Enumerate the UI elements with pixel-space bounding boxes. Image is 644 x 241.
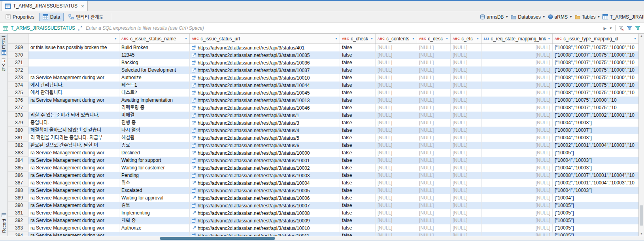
- cell-c_issue_status_name[interactable]: 종료: [119, 142, 190, 149]
- cell-c_desc[interactable]: [NULL]: [417, 66, 451, 74]
- cell-c_desc[interactable]: [NULL]: [417, 149, 451, 157]
- cell-c_desc[interactable]: [NULL]: [417, 44, 451, 51]
- row-number[interactable]: 388: [8, 187, 28, 194]
- grid-corner-cell[interactable]: [8, 34, 28, 44]
- cell-c_etc[interactable]: [NULL]: [451, 224, 482, 232]
- cell-c_issue_status_url[interactable]: https://advanc2d.atlassian.net/rest/api/…: [190, 66, 340, 74]
- cell-c_issue_status_name[interactable]: Authorize: [119, 224, 190, 232]
- cell-c_desc[interactable]: [NULL]: [417, 172, 451, 179]
- cell-c_issue_status_url[interactable]: https://advanc2d.atlassian.net/rest/api/…: [190, 224, 340, 232]
- cell-c_issue_type_mapping_id[interactable]: ["10004","10003"]: [553, 164, 638, 172]
- cell-desc[interactable]: [28, 51, 119, 59]
- cell-c_issue_type_mapping_id[interactable]: ["10004","10003"]: [553, 119, 638, 127]
- cell-c_issue_status_url[interactable]: https://advanc2d.atlassian.net/rest/api/…: [190, 194, 340, 202]
- breadcrumb-item-table[interactable]: T_ARMS_JIRAISSUESTATUS: [602, 14, 644, 20]
- cell-c_check[interactable]: false: [340, 232, 376, 236]
- cell-c_check[interactable]: false: [340, 142, 376, 149]
- column-header-c_etc[interactable]: ABCc_etc▼: [451, 34, 482, 44]
- cell-c_issue_status_url[interactable]: https://advanc2d.atlassian.net/rest/api/…: [190, 59, 340, 66]
- cell-c_issue_type_mapping_id[interactable]: ["10008","10007","10075","10: [553, 104, 638, 112]
- chevron-down-icon[interactable]: ▼: [597, 15, 601, 19]
- cell-desc[interactable]: ra Service Management during wor: [28, 217, 119, 224]
- cell-c_etc[interactable]: [NULL]: [451, 112, 482, 119]
- filter-dropdown-icon[interactable]: ▼: [476, 37, 479, 40]
- cell-c_check[interactable]: false: [340, 44, 376, 51]
- cell-c_check[interactable]: false: [340, 187, 376, 194]
- cell-c_contents[interactable]: [NULL]: [376, 82, 417, 89]
- clear-filter-icon[interactable]: [618, 26, 624, 31]
- cell-c_req_state_mapping_link[interactable]: [NULL]: [482, 224, 553, 232]
- cell-desc[interactable]: 리할 수 있는 준비가 되어 있습니다.: [28, 112, 119, 119]
- cell-c_issue_status_name[interactable]: 진행 중: [119, 119, 190, 127]
- cell-c_issue_status_url[interactable]: https://advanc2d.atlassian.net/rest/api/…: [190, 44, 340, 51]
- cell-c_issue_status_name[interactable]: Escalated: [119, 187, 190, 194]
- cell-c_issue_status_name[interactable]: Build Broken: [119, 44, 190, 51]
- cell-c_contents[interactable]: [NULL]: [376, 74, 417, 82]
- cell-c_etc[interactable]: [NULL]: [451, 194, 482, 202]
- cell-c_desc[interactable]: [NULL]: [417, 82, 451, 89]
- cell-c_req_state_mapping_link[interactable]: [NULL]: [482, 44, 553, 51]
- cell-c_req_state_mapping_link[interactable]: [NULL]: [482, 172, 553, 179]
- cell-desc[interactable]: ra Service Management during wor: [28, 172, 119, 179]
- row-number[interactable]: 380: [8, 127, 28, 134]
- column-header-c_issue_status_url[interactable]: ABCc_issue_status_url▼: [190, 34, 340, 44]
- cell-c_check[interactable]: false: [340, 224, 376, 232]
- cell-c_req_state_mapping_link[interactable]: [NULL]: [482, 232, 553, 236]
- cell-c_check[interactable]: false: [340, 97, 376, 104]
- row-number[interactable]: 379: [8, 119, 28, 127]
- row-number[interactable]: 373: [8, 74, 28, 82]
- row-number[interactable]: 387: [8, 179, 28, 187]
- cell-desc[interactable]: 리 확인을 기다리는 중입니다. 지금부: [28, 134, 119, 142]
- close-icon[interactable]: ×: [81, 4, 84, 9]
- cell-c_req_state_mapping_link[interactable]: [NULL]: [482, 164, 553, 172]
- cell-c_contents[interactable]: [NULL]: [376, 179, 417, 187]
- cell-c_req_state_mapping_link[interactable]: [NULL]: [482, 59, 553, 66]
- cell-desc[interactable]: ra Service Management during wor: [28, 74, 119, 82]
- cell-c_issue_status_name[interactable]: 계획 중: [119, 217, 190, 224]
- text-view-toggle[interactable]: 텍스트: [0, 57, 8, 72]
- cell-c_etc[interactable]: [NULL]: [451, 209, 482, 217]
- cell-c_issue_status_name[interactable]: Waiting for support: [119, 157, 190, 164]
- cell-c_etc[interactable]: [NULL]: [451, 74, 482, 82]
- row-number[interactable]: 392: [8, 217, 28, 224]
- cell-c_etc[interactable]: [NULL]: [451, 89, 482, 97]
- cell-c_check[interactable]: false: [340, 209, 376, 217]
- cell-c_contents[interactable]: [NULL]: [376, 134, 417, 142]
- cell-c_contents[interactable]: [NULL]: [376, 224, 417, 232]
- custom-filter-icon[interactable]: [635, 26, 640, 31]
- cell-c_issue_type_mapping_id[interactable]: ["10004","10003"]: [553, 187, 638, 194]
- cell-c_issue_status_name[interactable]: [119, 232, 190, 236]
- row-number[interactable]: 386: [8, 172, 28, 179]
- cell-c_req_state_mapping_link[interactable]: [NULL]: [482, 127, 553, 134]
- cell-c_issue_status_url[interactable]: https://advanc2d.atlassian.net/rest/api/…: [190, 104, 340, 112]
- cell-c_issue_type_mapping_id[interactable]: ["10008","10007","10075","10000","10: [553, 89, 638, 97]
- cell-c_contents[interactable]: [NULL]: [376, 44, 417, 51]
- cell-c_etc[interactable]: [NULL]: [451, 82, 482, 89]
- editor-tab[interactable]: T_ARMS_JIRAISSUESTATUS ×: [2, 1, 88, 11]
- cell-c_req_state_mapping_link[interactable]: [NULL]: [482, 97, 553, 104]
- cell-c_contents[interactable]: [NULL]: [376, 187, 417, 194]
- cell-c_desc[interactable]: [NULL]: [417, 194, 451, 202]
- column-header-c_check[interactable]: ABCc_check▼: [340, 34, 376, 44]
- cell-c_check[interactable]: false: [340, 89, 376, 97]
- cell-c_etc[interactable]: [NULL]: [451, 66, 482, 74]
- cell-c_req_state_mapping_link[interactable]: [NULL]: [482, 179, 553, 187]
- cell-c_contents[interactable]: [NULL]: [376, 66, 417, 74]
- cell-c_desc[interactable]: [NULL]: [417, 119, 451, 127]
- row-number[interactable]: 385: [8, 164, 28, 172]
- cell-c_issue_status_name[interactable]: 12345: [119, 51, 190, 59]
- row-number[interactable]: 378: [8, 112, 28, 119]
- cell-c_issue_status_url[interactable]: https://advanc2d.atlassian.net/rest/api/…: [190, 179, 340, 187]
- cell-c_issue_status_name[interactable]: Implementing: [119, 209, 190, 217]
- cell-c_issue_type_mapping_id[interactable]: ["10005"]: [553, 209, 638, 217]
- cell-c_check[interactable]: false: [340, 104, 376, 112]
- cell-c_desc[interactable]: [NULL]: [417, 59, 451, 66]
- cell-c_check[interactable]: false: [340, 74, 376, 82]
- row-number[interactable]: 371: [8, 59, 28, 66]
- cell-c_etc[interactable]: [NULL]: [451, 119, 482, 127]
- cell-c_contents[interactable]: [NULL]: [376, 164, 417, 172]
- cell-c_issue_status_name[interactable]: Pending: [119, 172, 190, 179]
- cell-c_req_state_mapping_link[interactable]: [NULL]: [482, 142, 553, 149]
- row-number[interactable]: 376: [8, 97, 28, 104]
- cell-c_etc[interactable]: [NULL]: [451, 157, 482, 164]
